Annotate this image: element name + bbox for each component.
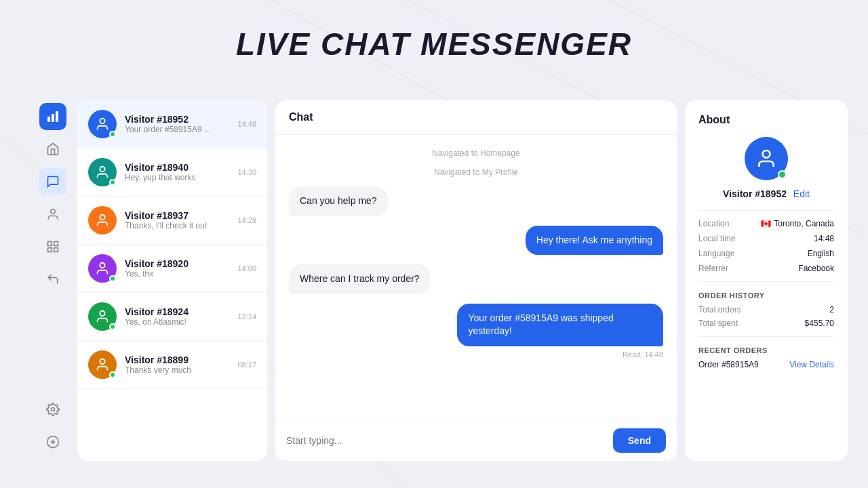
- page-title: LIVE CHAT MESSENGER: [0, 26, 868, 62]
- flag-icon: 🇨🇦: [761, 219, 771, 228]
- apps-icon[interactable]: [39, 233, 66, 260]
- message-time: 08:17: [237, 361, 256, 369]
- svg-rect-9: [54, 242, 58, 246]
- contacts-icon[interactable]: [39, 201, 66, 228]
- incoming-message-2: Where can I track my order?: [289, 264, 431, 294]
- local-time-row: Local time 14:48: [698, 234, 834, 243]
- visitor-avatar-18952: [88, 110, 117, 138]
- conversation-item-18920[interactable]: Visitor #18920 Yes, thx 14:00: [77, 245, 267, 293]
- chat-messages: Navigated to Homepage Navigated to My Pr…: [275, 135, 677, 420]
- order-history-title: ORDER HISTORY: [698, 291, 834, 300]
- about-panel: About Visitor #18952 Edit Location 🇨🇦 To…: [685, 100, 848, 461]
- online-indicator: [109, 275, 116, 282]
- outgoing-message-1: Hey there! Ask me anything: [526, 226, 663, 256]
- order-id: Order #58915A9: [698, 360, 759, 369]
- conversation-item-18924[interactable]: Visitor #18924 Yes, on Atlasmic! 12:14: [77, 293, 267, 341]
- visitor-name: Visitor #18952: [125, 114, 229, 125]
- svg-point-19: [100, 263, 104, 268]
- online-indicator: [109, 179, 116, 186]
- send-button[interactable]: Send: [613, 428, 666, 453]
- home-icon[interactable]: [39, 136, 66, 163]
- conversation-item-18940[interactable]: Visitor #18940 Hey, yup that works 14:30: [77, 148, 267, 197]
- edit-link[interactable]: Edit: [793, 188, 810, 199]
- message-time: 14:30: [237, 168, 256, 176]
- svg-rect-4: [47, 117, 50, 122]
- svg-rect-8: [48, 242, 52, 246]
- system-message-2: Navigated to My Profile: [289, 167, 663, 177]
- visitor-avatar-18937: [88, 206, 117, 235]
- svg-rect-5: [52, 114, 54, 122]
- about-header: About: [698, 114, 834, 126]
- total-orders-row: Total orders 2: [698, 305, 834, 314]
- svg-point-22: [763, 150, 770, 158]
- online-indicator: [109, 371, 116, 378]
- conversation-item-18899[interactable]: Visitor #18899 Thanks very much 08:17: [77, 341, 267, 389]
- visitor-avatar-18940: [88, 158, 117, 186]
- message-time: 14:00: [237, 264, 256, 272]
- total-orders-value: 2: [829, 305, 834, 314]
- add-icon[interactable]: [39, 428, 66, 455]
- chat-input-area: Send: [275, 420, 677, 461]
- language-value: English: [808, 249, 834, 258]
- svg-point-20: [100, 311, 104, 316]
- svg-point-7: [51, 209, 56, 214]
- undo-icon[interactable]: [39, 266, 66, 293]
- message-preview: Hey, yup that works: [125, 173, 229, 182]
- sidebar: [34, 100, 72, 461]
- message-preview: Your order #58915A9 ...: [125, 125, 229, 134]
- message-preview: Thanks, I'll check it out: [125, 221, 229, 230]
- message-time: 12:14: [237, 312, 256, 321]
- chart-icon[interactable]: [39, 103, 66, 130]
- visitor-name: Visitor #18940: [125, 162, 229, 173]
- recent-order-row: Order #58915A9 View Details: [698, 360, 834, 369]
- conversation-item-18937[interactable]: Visitor #18937 Thanks, I'll check it out…: [77, 197, 267, 245]
- visitor-avatar-18899: [88, 350, 117, 379]
- online-dot-large: [778, 170, 787, 179]
- conversation-info: Visitor #18952 Your order #58915A9 ...: [125, 114, 229, 134]
- chat-input[interactable]: [286, 435, 606, 446]
- conversations-panel: Visitor #18952 Your order #58915A9 ... 1…: [77, 100, 267, 461]
- language-label: Language: [698, 249, 734, 258]
- visitor-avatar-18920: [88, 254, 117, 283]
- messages-icon[interactable]: [39, 168, 66, 195]
- visitor-avatar-large: [745, 137, 788, 180]
- online-indicator: [109, 323, 116, 330]
- visitor-name-large: Visitor #18952 Edit: [698, 188, 834, 199]
- svg-point-12: [52, 408, 55, 411]
- visitor-name: Visitor #18924: [125, 306, 229, 317]
- conversation-info: Visitor #18924 Yes, on Atlasmic!: [125, 306, 229, 327]
- referrer-value: Facebook: [798, 264, 834, 273]
- conversation-item-18952[interactable]: Visitor #18952 Your order #58915A9 ... 1…: [77, 100, 267, 148]
- referrer-label: Referrer: [698, 264, 728, 273]
- message-preview: Yes, on Atlasmic!: [125, 317, 229, 327]
- visitor-name: Visitor #18899: [125, 354, 229, 365]
- divider-3: [698, 336, 834, 337]
- svg-rect-6: [56, 111, 58, 122]
- message-time: 14:29: [237, 216, 256, 224]
- outgoing-message-2: Your order #58915A9 was shipped yesterda…: [457, 304, 663, 346]
- referrer-row: Referrer Facebook: [698, 264, 834, 273]
- svg-point-18: [100, 215, 104, 220]
- total-spent-value: $455.70: [805, 319, 834, 328]
- chat-panel: Chat Navigated to Homepage Navigated to …: [275, 100, 677, 461]
- visitor-avatar-18924: [88, 302, 117, 331]
- svg-rect-11: [54, 248, 58, 252]
- location-row: Location 🇨🇦 Toronto, Canada: [698, 219, 834, 228]
- svg-point-17: [100, 167, 104, 171]
- language-row: Language English: [698, 249, 834, 258]
- incoming-message-1: Can you help me?: [289, 186, 388, 216]
- visitor-name: Visitor #18920: [125, 258, 229, 269]
- online-indicator: [109, 131, 116, 138]
- svg-point-16: [100, 119, 104, 123]
- message-preview: Thanks very much: [125, 365, 229, 375]
- total-spent-row: Total spent $455.70: [698, 319, 834, 328]
- conversation-info: Visitor #18940 Hey, yup that works: [125, 162, 229, 182]
- system-message-1: Navigated to Homepage: [289, 148, 663, 158]
- view-details-link[interactable]: View Details: [789, 360, 834, 369]
- total-orders-label: Total orders: [698, 305, 741, 314]
- local-time-value: 14:48: [814, 234, 834, 243]
- message-preview: Yes, thx: [125, 269, 229, 279]
- settings-icon[interactable]: [39, 396, 66, 423]
- total-spent-label: Total spent: [698, 319, 738, 328]
- message-time: 14:48: [237, 120, 256, 128]
